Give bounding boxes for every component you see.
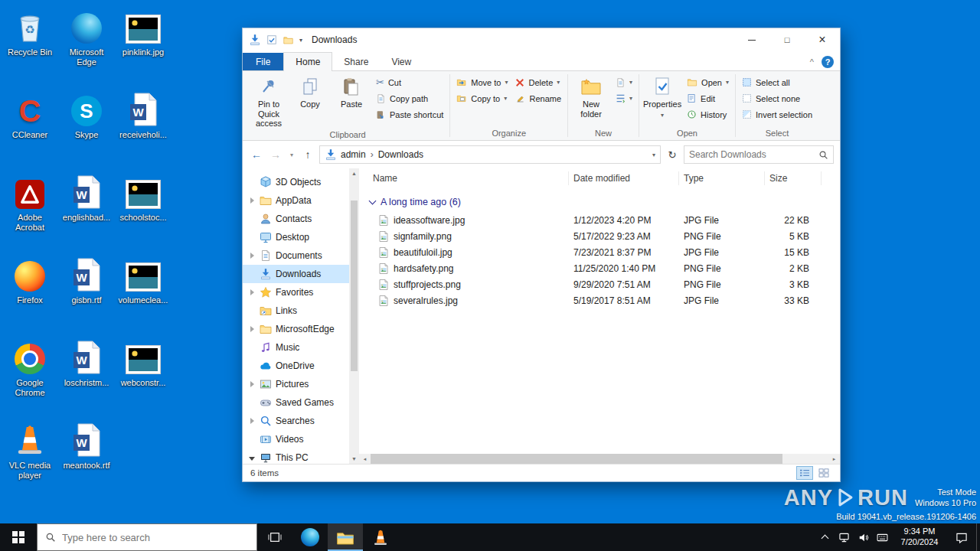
scroll-left-icon[interactable]: ◂ bbox=[359, 454, 371, 464]
taskbar-search[interactable] bbox=[37, 523, 257, 551]
column-header-size[interactable]: Size bbox=[765, 171, 822, 185]
file-row[interactable]: hardsafety.png 11/25/2020 1:40 PM PNG Fi… bbox=[368, 260, 840, 276]
close-button[interactable]: × bbox=[805, 28, 840, 51]
expand-chevron[interactable] bbox=[248, 381, 256, 387]
sidebar-item-desktop[interactable]: Desktop bbox=[243, 228, 359, 246]
desktop-icon-pinklink-jpg[interactable]: pinklink.jpg bbox=[115, 5, 172, 87]
qat-customize-chevron-icon[interactable]: ▾ bbox=[299, 37, 302, 44]
expand-chevron[interactable] bbox=[248, 197, 256, 204]
delete-button[interactable]: Delete ▾ bbox=[511, 74, 565, 90]
desktop-icon-webconstr[interactable]: webconstr... bbox=[115, 335, 172, 418]
start-button[interactable] bbox=[0, 523, 37, 551]
forward-button[interactable]: → bbox=[268, 148, 283, 161]
taskbar-edge-button[interactable] bbox=[292, 523, 328, 551]
sidebar-item-pictures[interactable]: Pictures bbox=[243, 375, 359, 393]
column-header-type[interactable]: Type bbox=[679, 171, 765, 185]
search-box[interactable] bbox=[684, 145, 834, 164]
cut-button[interactable]: ✂ Cut bbox=[372, 74, 447, 90]
sidebar-item-videos[interactable]: Videos bbox=[243, 430, 359, 448]
taskbar-search-input[interactable] bbox=[62, 532, 249, 543]
file-row[interactable]: stuffprojects.png 9/29/2020 7:51 AM PNG … bbox=[368, 276, 840, 292]
desktop-icon-google-chrome[interactable]: Google Chrome bbox=[2, 335, 58, 418]
history-button[interactable]: History bbox=[683, 106, 733, 122]
open-button[interactable]: Open ▾ bbox=[683, 74, 733, 90]
sidebar-item-saved-games[interactable]: Saved Games bbox=[243, 393, 359, 412]
edit-button[interactable]: Edit bbox=[683, 90, 733, 106]
new-folder-button[interactable]: New folder bbox=[570, 73, 612, 129]
desktop-icon-ccleaner[interactable]: C CCleaner bbox=[2, 87, 58, 170]
sidebar-item-links[interactable]: Links bbox=[243, 302, 359, 320]
task-view-button[interactable] bbox=[257, 523, 292, 551]
keyboard-tray-icon[interactable] bbox=[873, 523, 892, 551]
expand-chevron[interactable] bbox=[248, 455, 256, 461]
search-input[interactable] bbox=[689, 149, 815, 160]
taskbar-vlc-button[interactable] bbox=[363, 523, 398, 551]
sidebar-item-3d-objects[interactable]: 3D Objects bbox=[243, 173, 359, 191]
desktop-icon-skype[interactable]: S Skype bbox=[58, 87, 115, 170]
back-button[interactable]: ← bbox=[249, 148, 264, 161]
properties-check-icon[interactable] bbox=[266, 34, 277, 45]
easy-access-button[interactable]: ▾ bbox=[612, 90, 636, 106]
volume-tray-icon[interactable] bbox=[854, 523, 873, 551]
horizontal-scrollbar[interactable]: ◂ ▸ bbox=[359, 454, 840, 464]
desktop-icon-adobe-acrobat[interactable]: Adobe Acrobat bbox=[2, 170, 58, 253]
select-all-button[interactable]: Select all bbox=[738, 74, 816, 90]
refresh-button[interactable]: ↻ bbox=[665, 149, 680, 161]
details-view-button[interactable] bbox=[796, 466, 813, 480]
desktop-icon-firefox[interactable]: Firefox bbox=[2, 253, 58, 335]
scroll-down-icon[interactable]: ▼ bbox=[349, 454, 359, 464]
copy-button[interactable]: Copy bbox=[289, 73, 331, 130]
sidebar-item-microsoftedge[interactable]: MicrosoftEdge bbox=[243, 320, 359, 338]
sidebar-item-onedrive[interactable]: OneDrive bbox=[243, 357, 359, 375]
desktop-icon-schoolstoc[interactable]: schoolstoc... bbox=[115, 170, 172, 253]
tab-share[interactable]: Share bbox=[332, 53, 380, 70]
copy-to-button[interactable]: Copy to ▾ bbox=[452, 90, 511, 106]
move-to-button[interactable]: Move to ▾ bbox=[452, 74, 511, 90]
taskbar-file-explorer-button[interactable] bbox=[328, 523, 363, 551]
desktop-icon-volumeclea[interactable]: volumeclea... bbox=[115, 253, 172, 335]
expand-chevron[interactable] bbox=[248, 418, 256, 424]
copy-path-button[interactable]: Copy path bbox=[372, 90, 447, 106]
sidebar-item-music[interactable]: Music bbox=[243, 338, 359, 357]
properties-button[interactable]: Properties ▾ bbox=[642, 73, 683, 129]
show-desktop-button[interactable] bbox=[976, 523, 980, 551]
help-icon[interactable]: ? bbox=[822, 56, 834, 68]
desktop-icon-vlc[interactable]: VLC media player bbox=[2, 418, 58, 500]
maximize-button[interactable]: □ bbox=[769, 28, 805, 51]
desktop-icon-receiveholi[interactable]: receiveholi... bbox=[115, 87, 172, 170]
hidden-icons-button[interactable] bbox=[815, 523, 835, 551]
paste-button[interactable]: Paste bbox=[331, 73, 372, 130]
address-dropdown-chevron-icon[interactable]: ▾ bbox=[652, 152, 655, 158]
sidebar-item-this-pc[interactable]: This PC bbox=[243, 448, 359, 464]
sidebar-item-contacts[interactable]: Contacts bbox=[243, 210, 359, 228]
sidebar-item-documents[interactable]: Documents bbox=[243, 246, 359, 265]
new-folder-icon[interactable] bbox=[283, 35, 294, 45]
desktop-icon-englishbad[interactable]: englishbad... bbox=[58, 170, 115, 253]
column-header-date-modified[interactable]: Date modified bbox=[569, 171, 679, 185]
sidebar-item-downloads[interactable]: Downloads bbox=[243, 265, 359, 283]
network-tray-icon[interactable] bbox=[835, 523, 854, 551]
collapse-ribbon-icon[interactable]: ^ bbox=[810, 57, 814, 67]
address-box[interactable]: admin › Downloads ▾ bbox=[319, 145, 661, 164]
taskbar-clock[interactable]: 9:34 PM 7/20/2024 bbox=[892, 523, 947, 551]
new-item-button[interactable]: ▾ bbox=[612, 74, 636, 90]
file-row[interactable]: severalrules.jpg 5/19/2017 8:51 AM JPG F… bbox=[368, 292, 840, 308]
sidebar-item-appdata[interactable]: AppData bbox=[243, 191, 359, 210]
desktop-icon-meantook-rtf[interactable]: meantook.rtf bbox=[58, 418, 115, 500]
file-row[interactable]: signfamily.png 5/17/2022 9:23 AM PNG Fil… bbox=[368, 228, 840, 244]
pin-to-quick-access-button[interactable]: Pin to Quick access bbox=[248, 73, 289, 130]
expand-chevron[interactable] bbox=[248, 253, 256, 259]
file-row[interactable]: ideassoftware.jpg 1/12/2023 4:20 PM JPG … bbox=[368, 212, 840, 228]
scroll-thumb[interactable] bbox=[351, 201, 358, 371]
minimize-button[interactable] bbox=[734, 28, 769, 51]
expand-chevron[interactable] bbox=[248, 326, 256, 332]
up-button[interactable]: ↑ bbox=[300, 148, 315, 161]
invert-selection-button[interactable]: Invert selection bbox=[738, 106, 816, 122]
scroll-right-icon[interactable]: ▸ bbox=[828, 454, 840, 464]
tab-view[interactable]: View bbox=[380, 53, 423, 70]
nav-scrollbar[interactable]: ▲ ▼ bbox=[349, 168, 359, 464]
desktop-icon-gisbn-rtf[interactable]: gisbn.rtf bbox=[58, 253, 115, 335]
breadcrumb-folder[interactable]: Downloads bbox=[378, 149, 423, 160]
expand-chevron[interactable] bbox=[248, 289, 256, 295]
desktop-icon-microsoft-edge[interactable]: Microsoft Edge bbox=[58, 5, 115, 87]
